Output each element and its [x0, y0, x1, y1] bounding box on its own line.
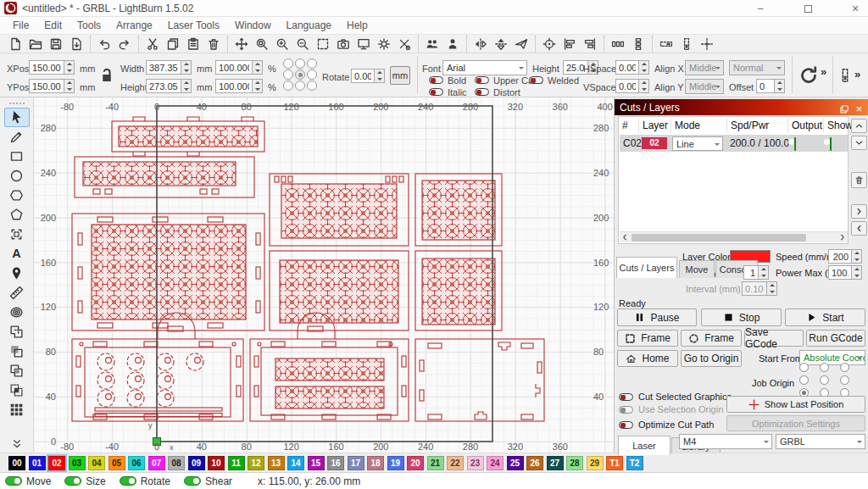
rotate-stepper[interactable]: [375, 69, 385, 83]
rectangle-tool[interactable]: [4, 147, 30, 166]
rotate-field[interactable]: [351, 69, 385, 83]
delete-layer-button[interactable]: [851, 172, 867, 188]
xpos-stepper[interactable]: [64, 60, 75, 75]
scroll-left-icon[interactable]: [620, 233, 629, 242]
tab-cuts-layers[interactable]: Cuts / Layers: [616, 257, 677, 278]
pause-button[interactable]: Pause: [617, 308, 697, 326]
menu-item[interactable]: Arrange: [108, 19, 160, 31]
mirror-button[interactable]: [511, 36, 531, 53]
lock-icon[interactable]: [98, 66, 115, 85]
ypos-input[interactable]: [29, 79, 64, 93]
frame-square-button[interactable]: Frame: [617, 330, 678, 347]
width-field[interactable]: [146, 60, 192, 75]
panel-collapse-right-button[interactable]: [851, 204, 867, 219]
menu-item[interactable]: Window: [227, 19, 279, 31]
pan-button[interactable]: [227, 36, 252, 53]
offset-field[interactable]: [756, 79, 785, 93]
optimization-settings-button[interactable]: Optimization Settings: [726, 415, 865, 431]
status-toggle[interactable]: [64, 476, 81, 486]
pass-count-input[interactable]: [743, 265, 759, 280]
height-pct-input[interactable]: [215, 79, 253, 93]
job-origin-radio[interactable]: [820, 363, 829, 372]
palette-swatch[interactable]: 01: [29, 456, 46, 470]
select-tool[interactable]: [4, 108, 30, 127]
import-button[interactable]: [66, 36, 86, 53]
height-pct-stepper[interactable]: [253, 79, 263, 93]
flip-horizontal-button[interactable]: [466, 36, 491, 53]
menu-item[interactable]: Language: [279, 19, 339, 31]
ellipse-tool[interactable]: [4, 166, 30, 186]
height-pct-field[interactable]: [215, 79, 263, 93]
width-pct-stepper[interactable]: [253, 60, 263, 75]
pass-count-stepper[interactable]: [759, 265, 769, 280]
minimize-button[interactable]: –: [746, 0, 775, 17]
power-max-stepper[interactable]: [852, 265, 862, 280]
palette-swatch[interactable]: 22: [447, 456, 464, 470]
run-gcode-button[interactable]: Run GCode: [806, 330, 865, 347]
palette-swatch[interactable]: 00: [8, 456, 25, 470]
palette-swatch[interactable]: 12: [248, 456, 264, 470]
panel-collapse-left-button[interactable]: [851, 221, 867, 236]
ypos-stepper[interactable]: [64, 79, 75, 93]
palette-swatch[interactable]: 21: [427, 456, 444, 470]
layer-mode-select[interactable]: Line: [672, 136, 723, 151]
status-toggle-group[interactable]: Move: [5, 475, 51, 487]
layers-hscrollbar[interactable]: [620, 231, 848, 242]
settings-button[interactable]: [374, 36, 394, 53]
width-pct-input[interactable]: [215, 60, 253, 75]
home-button[interactable]: Home: [617, 350, 678, 367]
column-header[interactable]: Show: [824, 119, 848, 133]
close-panel-button[interactable]: ×: [853, 103, 865, 115]
text-style-select[interactable]: Normal: [729, 60, 785, 75]
ungroup-button[interactable]: [442, 36, 463, 53]
status-toggle-group[interactable]: Rotate: [120, 475, 170, 487]
firmware-select[interactable]: GRBL: [776, 434, 865, 449]
tab-laser[interactable]: Laser: [618, 436, 670, 455]
camera-button[interactable]: [333, 36, 353, 53]
measure-tool[interactable]: [4, 283, 30, 303]
pass-count-field[interactable]: [743, 265, 769, 280]
position-pin-tool[interactable]: [4, 264, 30, 283]
palette-swatch[interactable]: 04: [88, 456, 105, 470]
hspace-field[interactable]: [615, 60, 649, 75]
palette-swatch[interactable]: 02: [48, 456, 65, 470]
more-chevron[interactable]: »: [821, 65, 826, 78]
tab-move[interactable]: Move: [679, 260, 715, 278]
vspace-stepper[interactable]: [639, 79, 649, 93]
units-button[interactable]: mm: [390, 66, 410, 85]
speed-stepper[interactable]: [852, 249, 862, 264]
height-stepper[interactable]: [181, 79, 192, 93]
new-file-button[interactable]: [5, 36, 25, 53]
vspace-field[interactable]: [615, 79, 649, 93]
delete-button[interactable]: [203, 36, 224, 53]
ypos-field[interactable]: [29, 79, 75, 93]
offset-input[interactable]: [756, 79, 775, 93]
workspace-canvas[interactable]: x y -80-4004080120160200240280320360400 …: [34, 97, 614, 453]
hspace-input[interactable]: [615, 60, 639, 75]
edit-nodes-tool[interactable]: [4, 205, 30, 225]
open-file-button[interactable]: [25, 36, 46, 53]
anchor-center-selected[interactable]: [295, 69, 305, 80]
move-to-position-button[interactable]: [697, 36, 717, 53]
layer-color-badge[interactable]: 02: [642, 137, 667, 149]
copy-button[interactable]: [163, 36, 183, 53]
interval-stepper[interactable]: [767, 281, 777, 296]
dock-h-button[interactable]: [652, 36, 676, 53]
bold-toggle[interactable]: [429, 76, 443, 84]
column-header[interactable]: Mode: [671, 119, 727, 133]
column-header[interactable]: Output: [788, 119, 824, 133]
palette-swatch[interactable]: 16: [327, 456, 344, 470]
optimize-cut-path-toggle[interactable]: [619, 421, 633, 429]
palette-swatch[interactable]: 20: [407, 456, 424, 470]
device-settings-button[interactable]: [394, 36, 415, 53]
draw-lines-tool[interactable]: [4, 127, 30, 147]
boolean-subtract-tool[interactable]: [4, 342, 30, 361]
palette-swatch[interactable]: 25: [507, 456, 524, 470]
palette-swatch[interactable]: 28: [566, 456, 583, 470]
redo-button[interactable]: [114, 36, 135, 53]
scroll-right-icon[interactable]: [838, 233, 847, 242]
job-origin-radio[interactable]: [799, 363, 809, 372]
distribute-h-button[interactable]: [604, 36, 628, 53]
dock-panel-icon[interactable]: [837, 68, 853, 83]
hspace-stepper[interactable]: [639, 60, 649, 75]
